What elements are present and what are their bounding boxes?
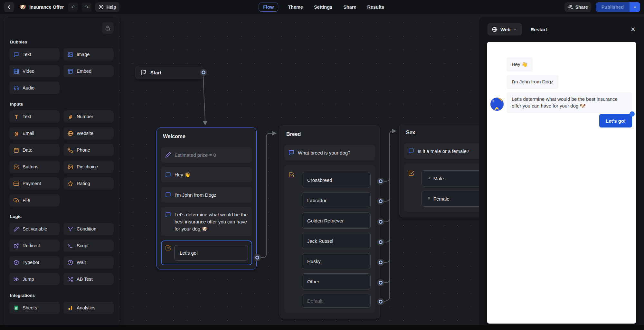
default-option[interactable]: Default xyxy=(302,294,371,308)
bot-avatar xyxy=(490,98,504,111)
text-bubble-block[interactable]: Hey 👋 xyxy=(161,167,252,183)
choice-option[interactable]: Husky xyxy=(302,253,371,269)
tab-share[interactable]: Share xyxy=(342,3,357,12)
item-label: Phone xyxy=(77,147,90,153)
breed-option-port[interactable] xyxy=(377,178,384,185)
welcome-node[interactable]: Welcome Estimated price = 0 Hey 👋 I'm Jo… xyxy=(156,127,257,269)
breed-option-port[interactable] xyxy=(377,259,384,266)
sidebar-item-video[interactable]: Video xyxy=(9,65,60,77)
chevron-left-icon xyxy=(6,4,12,10)
section-title-logic: Logic xyxy=(10,214,114,219)
breed-default-port[interactable] xyxy=(377,298,384,305)
sidebar-item-buttons[interactable]: Buttons xyxy=(9,161,60,173)
chat-bubble-icon xyxy=(165,172,171,178)
pencil-icon xyxy=(14,226,19,232)
sidebar-item-payment[interactable]: Payment xyxy=(9,177,60,190)
redo-button[interactable]: ↷ xyxy=(82,3,91,12)
restart-button[interactable]: Restart xyxy=(530,27,547,32)
breed-option-port[interactable] xyxy=(377,279,384,286)
sidebar-item-condition[interactable]: Condition xyxy=(63,223,114,235)
close-icon[interactable]: ✕ xyxy=(630,26,636,33)
button-choice[interactable]: Let's go! xyxy=(174,245,248,261)
item-label: Pic choice xyxy=(77,164,98,169)
layout-icon xyxy=(68,69,73,74)
sidebar-item-sheets[interactable]: Sheets xyxy=(9,302,60,314)
tab-results[interactable]: Results xyxy=(366,3,385,12)
sidebar-item-ab-test[interactable]: AB Test xyxy=(63,273,114,285)
runtime-label: Web xyxy=(500,27,510,32)
image-icon xyxy=(68,164,73,170)
bubble-text: What breed is your dog? xyxy=(298,150,350,156)
item-label: Video xyxy=(23,69,34,74)
welcome-outlet-port[interactable] xyxy=(254,254,261,261)
tab-flow[interactable]: Flow xyxy=(259,3,278,12)
sidebar-item-rating[interactable]: Rating xyxy=(63,177,114,190)
sidebar-item-set-variable[interactable]: Set variable xyxy=(9,223,60,235)
sidebar-item-wait[interactable]: Wait xyxy=(63,256,114,269)
pencil-icon xyxy=(165,152,171,158)
sidebar-item-redirect[interactable]: Redirect xyxy=(9,240,60,252)
sidebar-item-image[interactable]: Image xyxy=(63,48,114,61)
terminal-icon xyxy=(68,243,73,249)
sidebar-item-analytics[interactable]: Analytics xyxy=(63,302,114,314)
item-label: Website xyxy=(77,131,93,136)
tab-settings[interactable]: Settings xyxy=(313,3,334,12)
start-node[interactable]: Start xyxy=(135,66,204,79)
typebot-title[interactable]: Insurance Offer xyxy=(29,5,64,10)
item-label: File xyxy=(23,198,30,203)
sidebar-item-email[interactable]: @Email xyxy=(9,127,60,139)
choice-option[interactable]: Other xyxy=(302,273,371,289)
breed-option-port[interactable] xyxy=(377,218,384,225)
breed-option-port[interactable] xyxy=(377,239,384,246)
sidebar-item-typebot[interactable]: Typebot xyxy=(9,256,60,269)
choice-option[interactable]: Golden Retriever xyxy=(302,212,371,229)
start-outlet-port[interactable] xyxy=(200,69,207,76)
item-label: Typebot xyxy=(23,260,39,265)
runtime-dropdown[interactable]: Web xyxy=(488,23,522,35)
undo-icon: ↶ xyxy=(71,4,75,10)
buttons-input-block[interactable]: Crossbreed Labrador Golden Retriever Jac… xyxy=(284,165,375,313)
bubble-text: Let's determine what would be the best i… xyxy=(175,211,248,233)
text-bubble-block[interactable]: I'm John from Dogz xyxy=(161,187,252,203)
lock-icon xyxy=(105,25,110,31)
text-bubble-block[interactable]: Let's determine what would be the best i… xyxy=(161,207,252,236)
chevron-down-icon xyxy=(633,5,637,9)
publish-menu-button[interactable] xyxy=(630,2,640,12)
help-label: Help xyxy=(106,5,116,10)
item-label: Analytics xyxy=(77,305,95,310)
choice-option[interactable]: Crossbreed xyxy=(302,172,371,188)
sidebar-item-number[interactable]: #Number xyxy=(63,110,114,123)
published-button[interactable]: Published xyxy=(596,2,630,12)
sidebar-item-date[interactable]: Date xyxy=(9,144,60,156)
sidebar-item-text-bubble[interactable]: Text xyxy=(9,48,60,61)
share-button[interactable]: Share xyxy=(564,2,591,12)
sidebar-item-embed[interactable]: Embed xyxy=(63,65,114,77)
start-node-title: Start xyxy=(150,70,161,75)
undo-button[interactable]: ↶ xyxy=(68,3,78,12)
breed-node-title: Breed xyxy=(286,131,375,137)
tab-theme[interactable]: Theme xyxy=(287,3,304,12)
text-bubble-block[interactable]: What breed is your dog? xyxy=(284,145,375,160)
lets-go-button[interactable]: Let's go! xyxy=(599,114,632,127)
lock-sidebar-button[interactable] xyxy=(102,22,114,34)
item-label: Rating xyxy=(77,181,90,186)
breed-option-port[interactable] xyxy=(377,198,384,205)
sidebar-item-pic-choice[interactable]: Pic choice xyxy=(63,161,114,173)
sidebar-item-file[interactable]: File xyxy=(9,194,60,206)
sidebar-item-audio[interactable]: Audio xyxy=(9,82,60,94)
sidebar-item-phone[interactable]: Phone xyxy=(63,144,114,156)
sidebar-item-script[interactable]: Script xyxy=(63,240,114,252)
chat-preview: Hey 👋 I'm John from Dogz Let's determine… xyxy=(487,42,636,324)
sidebar-item-website[interactable]: Website xyxy=(63,127,114,139)
set-variable-block[interactable]: Estimated price = 0 xyxy=(161,147,252,163)
google-sheets-icon xyxy=(14,305,19,311)
help-button[interactable]: Help xyxy=(95,2,119,12)
back-button[interactable] xyxy=(4,2,14,12)
breed-node[interactable]: Breed What breed is your dog? Crossbreed… xyxy=(279,125,380,318)
chevron-down-icon xyxy=(513,27,517,32)
buttons-input-block[interactable]: Let's go! xyxy=(161,240,252,265)
sidebar-item-text-input[interactable]: TText xyxy=(9,110,60,123)
choice-option[interactable]: Labrador xyxy=(302,192,371,208)
sidebar-item-jump[interactable]: Jump xyxy=(9,273,60,285)
choice-option[interactable]: Jack Russel xyxy=(302,233,371,249)
